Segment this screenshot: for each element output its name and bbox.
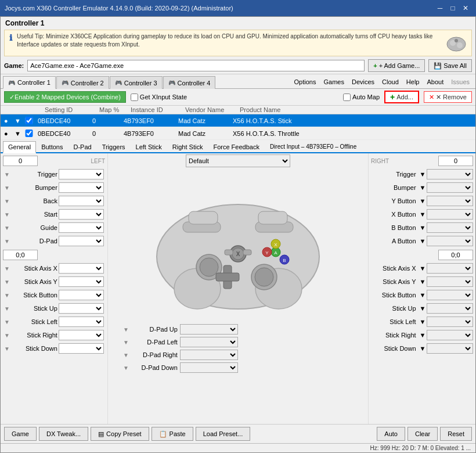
remove-button[interactable]: ✕ ✕ Remove: [424, 91, 472, 103]
get-xinput-checkbox-label[interactable]: Get XInput State: [131, 94, 187, 101]
sub-tab-dpad[interactable]: D-Pad: [68, 141, 96, 152]
ctrl-tab-2[interactable]: 🎮 Controller 2: [56, 76, 109, 89]
dpad-up-label: D-Pad Up: [131, 326, 178, 333]
svg-text:X: X: [236, 251, 240, 257]
sub-tab-forcefeedback[interactable]: Force Feedback: [208, 141, 264, 152]
tab3-label: Controller 3: [124, 80, 157, 87]
sub-tab-buttons[interactable]: Buttons: [36, 141, 68, 152]
ctrl-tab-3[interactable]: 🎮 Controller 3: [110, 76, 163, 89]
left-stickaxisy-select[interactable]: [59, 276, 104, 287]
right-stickaxisx-select[interactable]: [427, 263, 473, 274]
game-input[interactable]: [27, 60, 365, 71]
right-ybutton-arrow: ▼: [420, 197, 426, 204]
left-stickaxisx-select[interactable]: [59, 263, 104, 274]
device-row-2[interactable]: ● ▼ 0BEDCE40 0 4B793EF0 Mad Catz X56 H.O…: [1, 127, 475, 140]
dpad-up-select[interactable]: [180, 324, 238, 335]
left-back-select[interactable]: [59, 196, 104, 206]
sub-tab-general[interactable]: General: [3, 141, 36, 153]
left-stickbtn-select[interactable]: [59, 290, 104, 300]
sub-tab-leftstick[interactable]: Left Stick: [131, 141, 167, 152]
sub-tab-triggers[interactable]: Triggers: [97, 141, 131, 152]
device1-checkbox[interactable]: [25, 117, 33, 124]
menu-options[interactable]: Options: [291, 76, 320, 88]
left-trigger-select[interactable]: [59, 169, 104, 179]
paste-button[interactable]: 📋 Paste: [152, 427, 193, 441]
right-stickleft-select[interactable]: [427, 317, 473, 327]
menu-devices[interactable]: Devices: [348, 76, 378, 88]
right-top-input[interactable]: [438, 156, 473, 166]
device-row-1[interactable]: ● ▼ 0BEDCE40 0 4B793EF0 Mad Catz X56 H.O…: [1, 114, 475, 127]
close-button[interactable]: ✕: [460, 3, 471, 13]
left-top-input[interactable]: [3, 156, 38, 166]
right-stickbtn-select[interactable]: [427, 290, 473, 300]
dpad-left-select[interactable]: [180, 337, 238, 347]
dpad-right-select[interactable]: [180, 350, 238, 360]
left-stickleft-select[interactable]: [59, 317, 104, 327]
col-vendor: Vendor Name: [183, 106, 235, 113]
center-dpad-section: ▼ D-Pad Up ▼ D-Pad Left ▼ D-Pad Right: [109, 321, 367, 376]
left-stickdown-row: ▼ Stick Down: [3, 342, 105, 355]
right-ybutton-select[interactable]: [427, 196, 473, 206]
sub-tab-rightstick[interactable]: Right Stick: [167, 141, 208, 152]
info-icon: ℹ: [9, 33, 12, 42]
add-game-button[interactable]: + + Add Game...: [368, 59, 425, 72]
right-trigger-select[interactable]: [427, 169, 473, 179]
enable-combine-button[interactable]: ✓ Enable 2 Mapped Devices (Combine): [4, 91, 126, 103]
left-start-select[interactable]: [59, 209, 104, 220]
ctrl-tab-4[interactable]: 🎮 Controller 4: [163, 76, 216, 89]
left-stickright-select[interactable]: [59, 330, 104, 340]
auto-map-checkbox[interactable]: [343, 94, 351, 101]
checkmark-icon: ✓: [9, 94, 15, 101]
left-trigger-row: ▼ Trigger: [3, 168, 105, 181]
right-stickaxisy-arrow: ▼: [420, 278, 426, 285]
menu-cloud[interactable]: Cloud: [378, 76, 402, 88]
right-stickdown-select[interactable]: [427, 343, 473, 354]
col-map-pct: Map %: [97, 106, 126, 113]
left-stickright-arrow: ▼: [4, 332, 10, 339]
device2-checkbox[interactable]: [25, 130, 33, 137]
minimize-button[interactable]: ─: [434, 3, 446, 13]
load-preset-button[interactable]: Load Preset...: [196, 427, 251, 441]
reset-button[interactable]: Reset: [440, 427, 472, 441]
right-bbutton-select[interactable]: [427, 222, 473, 233]
menu-games[interactable]: Games: [320, 76, 347, 88]
right-stickright-select[interactable]: [427, 330, 473, 340]
menu-help[interactable]: Help: [403, 76, 423, 88]
right-stickup-arrow: ▼: [420, 305, 426, 312]
right-stickup-select[interactable]: [427, 303, 473, 314]
menu-issues[interactable]: Issues: [448, 76, 473, 88]
left-stickbtn-label: Stick Button: [11, 292, 57, 299]
dpad-down-select[interactable]: [180, 362, 238, 373]
game-button[interactable]: Game: [4, 427, 37, 441]
save-all-button[interactable]: 💾 Save All: [428, 59, 472, 72]
default-select[interactable]: Default: [186, 154, 290, 167]
add-button[interactable]: + Add...: [384, 91, 419, 103]
get-xinput-checkbox[interactable]: [131, 94, 138, 101]
right-bumper-select[interactable]: [427, 182, 473, 193]
left-bumper-select[interactable]: [59, 182, 104, 193]
sub-tab-directinput[interactable]: Direct Input – 4B793EF0 – Offline: [265, 141, 362, 152]
right-stick-input[interactable]: [438, 250, 473, 260]
copy-preset-button[interactable]: ▤ Copy Preset: [91, 427, 149, 441]
ctrl-tab-1[interactable]: 🎮 Controller 1: [3, 76, 56, 89]
left-stickdown-select[interactable]: [59, 343, 104, 354]
left-guide-select[interactable]: [59, 222, 104, 233]
left-back-row: ▼ Back: [3, 195, 105, 207]
default-row: Default: [186, 154, 290, 167]
left-stick-input[interactable]: [3, 250, 38, 260]
menu-about[interactable]: About: [423, 76, 447, 88]
right-abutton-select[interactable]: [427, 236, 473, 246]
clear-button[interactable]: Clear: [408, 427, 438, 441]
left-start-arrow: ▼: [4, 211, 10, 218]
left-stickup-select[interactable]: [59, 303, 104, 314]
right-xbutton-select[interactable]: [427, 209, 473, 220]
right-trigger-label: Trigger: [371, 171, 419, 178]
auto-map-checkbox-label[interactable]: Auto Map: [343, 94, 380, 101]
right-stickaxisy-select[interactable]: [427, 276, 473, 287]
left-stickup-row: ▼ Stick Up: [3, 302, 105, 315]
auto-button[interactable]: Auto: [377, 427, 405, 441]
device1-setting-id: 0BEDCE40: [35, 117, 88, 124]
maximize-button[interactable]: □: [447, 3, 459, 13]
left-dpad-select[interactable]: [59, 236, 104, 246]
dx-tweak-button[interactable]: DX Tweak...: [39, 427, 88, 441]
